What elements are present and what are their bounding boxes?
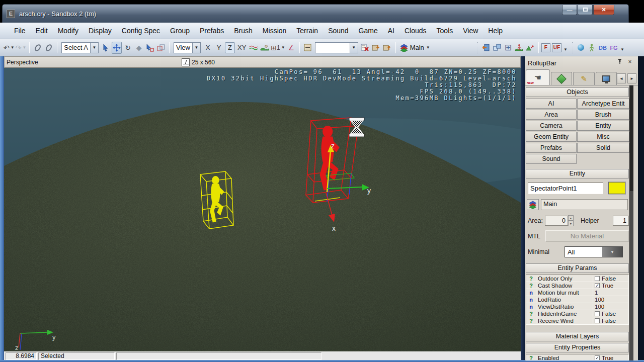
link-objects-button[interactable]: [33, 42, 43, 54]
panels-button[interactable]: [492, 42, 502, 54]
menu-modify[interactable]: Modify: [53, 23, 84, 39]
select-filter-dropdown[interactable]: ▼: [90, 43, 98, 53]
object-button-solid[interactable]: Solid: [577, 143, 629, 153]
menu-game[interactable]: Game: [354, 23, 383, 39]
menu-sound[interactable]: Sound: [323, 23, 353, 39]
tab-modelling[interactable]: ✎: [573, 72, 594, 85]
undo-button[interactable]: ↶▼: [4, 42, 15, 54]
entity-color-swatch[interactable]: [608, 182, 625, 194]
object-button-prefabs[interactable]: Prefabs: [526, 143, 577, 153]
menu-group[interactable]: Group: [165, 23, 195, 39]
entity-layer-field[interactable]: Main: [541, 199, 628, 210]
title-bar[interactable]: E arsch.cry - Sandbox 2 (tm) — ✕: [2, 4, 629, 23]
viewport-mode-label[interactable]: Perspective: [5, 59, 38, 66]
area-spinner[interactable]: ▲▼: [568, 215, 574, 226]
goto-game-button[interactable]: [481, 42, 491, 54]
param-checkbox[interactable]: [595, 276, 600, 281]
fg-button[interactable]: FG: [609, 42, 619, 54]
maximize-button[interactable]: [578, 5, 593, 15]
mtl-button[interactable]: No Material: [545, 230, 629, 242]
param-checkbox[interactable]: [595, 318, 600, 323]
perspective-viewport[interactable]: z y x y z CamPos= 96 61 13 Angl=-4: [4, 68, 521, 352]
object-button-archetype-entit[interactable]: Archetype Entit: [577, 99, 629, 109]
select-object-button[interactable]: [145, 42, 155, 54]
entity-params-header[interactable]: Entity Params: [526, 263, 629, 273]
entity-name-field[interactable]: SpectatorPoint1: [528, 183, 603, 194]
named-selection-combo[interactable]: ▼: [315, 42, 358, 53]
menu-brush[interactable]: Brush: [229, 23, 258, 39]
character-button[interactable]: [587, 42, 597, 54]
area-select-button[interactable]: [156, 42, 166, 54]
param-value[interactable]: True: [602, 355, 613, 361]
layers-panel-button[interactable]: [399, 42, 409, 54]
menu-clouds[interactable]: Clouds: [399, 23, 432, 39]
area-value-field[interactable]: 0: [545, 216, 568, 226]
tab-objects[interactable]: ☚ NEW: [526, 69, 550, 85]
snap-terrain-button[interactable]: [260, 42, 270, 54]
right-group-dropdown[interactable]: ▼: [620, 47, 624, 52]
axis-z-button[interactable]: Z: [225, 42, 235, 53]
viewport-header[interactable]: Perspective 25 x 560: [4, 56, 521, 68]
entity-section-header[interactable]: Entity: [526, 169, 629, 178]
object-button-geom-entity[interactable]: Geom Entity: [526, 132, 577, 142]
material-layers-header[interactable]: Material Layers: [526, 332, 629, 341]
menu-edit[interactable]: Edit: [31, 23, 53, 39]
follow-terrain-button[interactable]: [249, 42, 259, 54]
menu-file[interactable]: File: [9, 23, 31, 39]
view-combo[interactable]: View ▼: [174, 42, 201, 53]
database-view-button[interactable]: ⊞: [503, 42, 513, 54]
param-checkbox[interactable]: [595, 311, 600, 316]
param-value[interactable]: 100: [595, 297, 604, 303]
object-button-misc[interactable]: Misc: [577, 132, 629, 142]
menu-ai[interactable]: AI: [383, 23, 399, 39]
menu-terrain[interactable]: Terrain: [291, 23, 323, 39]
import-button[interactable]: [382, 42, 392, 54]
f-toggle-button[interactable]: F: [541, 43, 550, 52]
close-button[interactable]: ✕: [593, 5, 614, 15]
param-checkbox[interactable]: ✓: [595, 355, 600, 360]
param-value[interactable]: True: [602, 283, 613, 289]
menu-mission[interactable]: Mission: [258, 23, 291, 39]
rotate-tool-button[interactable]: ↻: [123, 42, 133, 54]
minimize-button[interactable]: —: [562, 5, 577, 15]
param-checkbox[interactable]: ✓: [595, 283, 600, 288]
move-tool-button[interactable]: [112, 42, 122, 54]
view-combo-dropdown[interactable]: ▼: [192, 43, 200, 53]
fuf-dropdown[interactable]: ▼: [564, 47, 568, 52]
material-sphere-button[interactable]: [576, 42, 586, 54]
angle-snap-button[interactable]: ∠: [286, 42, 296, 54]
grid-snap-button[interactable]: ⊞1▼: [271, 42, 285, 54]
terrain-modify-button[interactable]: [525, 42, 535, 54]
helper-value-field[interactable]: 1: [613, 216, 629, 226]
select-filter-combo[interactable]: Select A ▼: [61, 42, 99, 53]
object-button-area[interactable]: Area: [526, 110, 577, 120]
named-selection-dropdown[interactable]: ▼: [350, 43, 358, 53]
character-terrain-button[interactable]: [514, 42, 524, 54]
object-button-brush[interactable]: Brush: [577, 110, 629, 120]
param-value[interactable]: 1: [595, 290, 598, 296]
object-button-entity[interactable]: Entity: [577, 121, 629, 131]
axis-xy-button[interactable]: XY: [236, 42, 248, 53]
param-value[interactable]: False: [602, 318, 616, 324]
layer-button[interactable]: [527, 199, 539, 210]
minimal-spec-combo[interactable]: All ▼: [565, 246, 623, 257]
axis-y-button[interactable]: Y: [214, 42, 224, 53]
redo-button[interactable]: ↷▼: [16, 42, 27, 54]
rollup-close-icon[interactable]: ×: [626, 58, 634, 66]
current-layer-label[interactable]: Main▼: [410, 42, 430, 54]
export-selected-button[interactable]: [371, 42, 381, 54]
objects-section-header[interactable]: Objects: [526, 87, 629, 97]
menu-config-spec[interactable]: Config Spec: [117, 23, 165, 39]
db-button[interactable]: DB: [598, 42, 608, 54]
param-value[interactable]: 100: [595, 304, 604, 310]
minimal-spec-dropdown[interactable]: ▼: [602, 247, 622, 257]
param-value[interactable]: False: [602, 311, 616, 317]
menu-prefabs[interactable]: Prefabs: [195, 23, 229, 39]
pointer-tool-button[interactable]: [101, 42, 111, 54]
menu-help[interactable]: Help: [483, 23, 508, 39]
tab-display[interactable]: [596, 72, 617, 85]
tab-scroll-right[interactable]: ►: [627, 73, 636, 83]
param-value[interactable]: False: [602, 276, 616, 282]
remove-selection-button[interactable]: [360, 42, 370, 54]
unlink-objects-button[interactable]: [44, 42, 54, 54]
